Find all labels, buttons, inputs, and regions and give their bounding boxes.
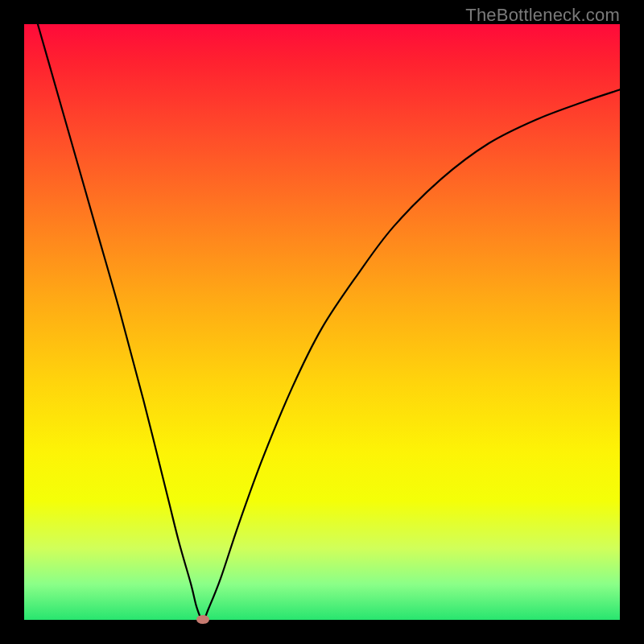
optimal-point-marker	[196, 615, 209, 624]
bottleneck-curve	[24, 24, 620, 620]
plot-area	[24, 24, 620, 620]
watermark-text: TheBottleneck.com	[465, 5, 620, 26]
chart-frame: TheBottleneck.com	[0, 0, 644, 644]
